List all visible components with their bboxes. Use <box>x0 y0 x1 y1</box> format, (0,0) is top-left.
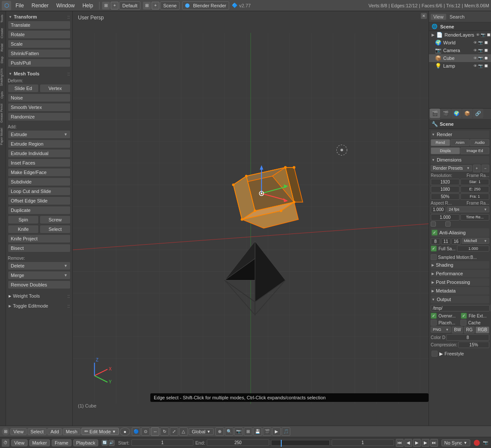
btn-loop-cut[interactable]: Loop Cut and Slide <box>8 187 71 196</box>
tool-icon4[interactable]: ⊞ <box>244 427 252 436</box>
btn-screw[interactable]: Screw <box>40 215 71 224</box>
dimensions-header[interactable]: ▼ Dimensions <box>431 156 489 164</box>
cam-icon-cube[interactable]: 📷 <box>478 56 483 60</box>
no-sync-dropdown[interactable]: No Sync ▼ <box>441 439 471 446</box>
timeline-camera-btn[interactable]: 📷 <box>482 439 489 447</box>
transform-btn2[interactable]: ↻ <box>160 427 169 436</box>
add-menu-btn[interactable]: Add <box>47 428 62 435</box>
shading-section-header[interactable]: ▶ Shading <box>431 261 489 269</box>
timeline-icon[interactable]: ⏱ <box>2 439 9 447</box>
btn-spin[interactable]: Spin <box>8 215 39 224</box>
btn-rotate[interactable]: Rotate <box>8 30 71 39</box>
aa-val1[interactable]: 8 <box>431 238 440 245</box>
next-frame-btn[interactable]: ▶ <box>422 439 429 447</box>
performance-section-header[interactable]: ▶ Performance <box>431 270 489 277</box>
eye-icon-world[interactable]: 👁 <box>473 40 477 45</box>
outliner-renderlayers[interactable]: ▶ 📄 RenderLayers 👁 📷 🔲 <box>429 31 491 39</box>
prev-frame-btn[interactable]: ◀ <box>404 439 412 447</box>
prop-tab-object[interactable]: 📦 <box>462 109 472 118</box>
sampled-motion-row[interactable]: Sampled Motion:B... <box>431 253 489 261</box>
sampled-motion-checkbox[interactable] <box>431 254 437 260</box>
outliner-world[interactable]: 🌍 World 👁 📷 🔲 <box>429 39 491 47</box>
prop-tab-world[interactable]: 🌍 <box>451 109 462 118</box>
btn-extrude-region[interactable]: Extrude Region <box>8 140 71 148</box>
global-dropdown[interactable]: Global ▼ <box>189 428 214 435</box>
scene-icon2[interactable]: + <box>152 2 159 9</box>
sub-tab-audio[interactable]: Audio <box>470 139 489 146</box>
mode-select[interactable]: ✏ Edit Mode ▼ <box>81 428 119 435</box>
res-x-input[interactable]: 1920 <box>431 179 460 185</box>
scene-icon1[interactable]: ⊞ <box>143 2 151 9</box>
aa-method-dropdown[interactable]: Mitchell ▼ <box>462 238 489 244</box>
btn-extrude-individual[interactable]: Extrude Individual <box>8 149 71 158</box>
btn-subdivide[interactable]: Subdivide <box>8 177 71 186</box>
overwrite-checkbox[interactable]: ✓ <box>431 313 437 319</box>
btn-select[interactable]: Select <box>40 225 71 233</box>
shading-circle-btn[interactable]: ● <box>120 427 130 436</box>
engine-dropdown[interactable]: Blender Render <box>182 1 229 10</box>
btn-randomize[interactable]: Randomize <box>8 112 71 121</box>
timeline-bar[interactable] <box>271 440 330 446</box>
output-path-input[interactable] <box>431 305 490 311</box>
render-presets-dropdown[interactable]: Render Presets ▼ <box>431 165 472 171</box>
snap-btn[interactable]: 🔵 <box>132 427 140 436</box>
menu-help[interactable]: Help <box>79 2 96 9</box>
end-input[interactable]: E: 250 <box>460 186 489 193</box>
tab-shading[interactable]: Shading/UVs <box>0 66 6 89</box>
tab-tools[interactable]: Tools <box>0 12 6 25</box>
aspect-y-input[interactable]: 1.000 <box>431 214 460 221</box>
time-re-input[interactable]: Time Re... <box>460 214 489 221</box>
view-tab[interactable]: View <box>431 14 446 20</box>
btn-offset-edge[interactable]: Offset Edge Slide <box>8 196 71 205</box>
fra-input[interactable]: Fra: 1 <box>460 193 489 200</box>
tool-icon6[interactable]: 🎬 <box>263 427 271 436</box>
btn-smooth-vertex[interactable]: Smooth Vertex <box>8 103 71 112</box>
render-icon-renderlayers[interactable]: 🔲 <box>486 33 491 37</box>
eye-icon-lamp[interactable]: 👁 <box>473 64 477 68</box>
tab-paper[interactable]: Paper Model <box>0 125 6 148</box>
layout-dropdown[interactable]: Default <box>119 1 140 10</box>
btn-make-edge-face[interactable]: Make Edge/Face <box>8 168 71 177</box>
record-btn[interactable] <box>474 440 480 446</box>
play-sound-btn[interactable]: 🔊 <box>109 440 115 446</box>
presets-add-btn[interactable]: + <box>473 165 481 172</box>
menu-render[interactable]: Render <box>28 2 52 9</box>
render-icon-lamp[interactable]: 🔲 <box>484 64 488 68</box>
btn-bisect[interactable]: Bisect <box>8 244 71 252</box>
file-ext-checkbox[interactable]: ✓ <box>461 313 467 319</box>
outliner-camera[interactable]: 📷 Camera 👁 📷 🔲 <box>429 47 491 54</box>
tab-grease[interactable]: Grease Pencil <box>0 101 6 125</box>
btn-inset-faces[interactable]: Inset Faces <box>8 159 71 167</box>
prop-tab-constraints[interactable]: 🔗 <box>473 109 483 118</box>
btn-noise[interactable]: Noise <box>8 93 71 102</box>
checkbox1[interactable] <box>431 221 436 227</box>
scene-dropdown[interactable]: Scene <box>160 1 180 10</box>
post-processing-header[interactable]: ▶ Post Processing <box>431 278 489 286</box>
btn-shrink-fatten[interactable]: Shrink/Fatten <box>8 49 71 58</box>
prev-keyframe-btn[interactable]: ⏮ <box>396 439 404 447</box>
render-icon-world[interactable]: 🔲 <box>484 40 488 45</box>
tab-options[interactable]: Opts <box>0 89 6 101</box>
aa-val3[interactable]: 16 <box>451 238 461 245</box>
presets-remove-btn[interactable]: − <box>482 165 489 172</box>
cache-checkbox[interactable] <box>460 320 466 326</box>
timeline-start-input[interactable]: 1 <box>131 439 194 446</box>
rgb-btn[interactable]: RGB <box>475 327 489 333</box>
render-icon-cube[interactable]: 🔲 <box>484 56 488 60</box>
aspect-x-input[interactable]: 1.000 <box>431 206 446 213</box>
eye-icon-camera[interactable]: 👁 <box>473 48 477 53</box>
search-tab[interactable]: Search <box>447 14 467 20</box>
color-d-input[interactable]: 8 <box>446 334 489 341</box>
freestyle-checkbox[interactable] <box>432 351 438 357</box>
timeline-frame-btn[interactable]: Frame <box>52 439 71 446</box>
checkbox2[interactable] <box>445 221 451 227</box>
sub-tab-anim[interactable]: Anim <box>451 139 470 146</box>
menu-file[interactable]: File <box>12 2 27 9</box>
btn-scale[interactable]: Scale <box>8 40 71 48</box>
sub-tab-rend[interactable]: Rend <box>431 139 450 146</box>
btn-delete[interactable]: Delete ▼ <box>8 261 71 270</box>
timeline-end-input[interactable]: 250 <box>207 439 269 446</box>
tool-icon5[interactable]: 💾 <box>253 427 262 436</box>
res-y-input[interactable]: 1080 <box>431 186 460 193</box>
full-sa-val[interactable]: 1.000 <box>457 246 489 252</box>
